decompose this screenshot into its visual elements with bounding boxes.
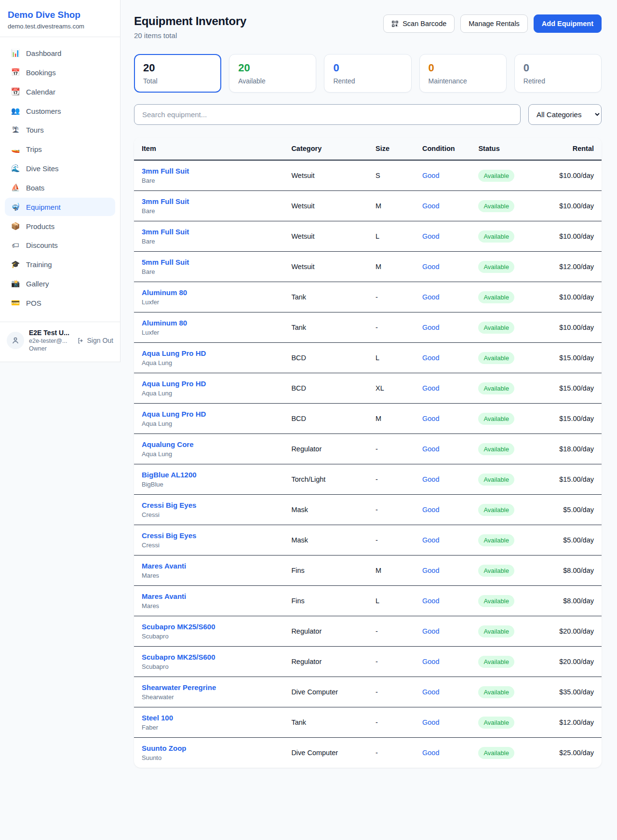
table-row: Cressi Big Eyes Cressi Mask - Good Avail… <box>134 525 602 555</box>
table-row: Aqua Lung Pro HD Aqua Lung BCD XL Good A… <box>134 373 602 404</box>
item-condition-link[interactable]: Good <box>422 384 439 392</box>
item-condition-link[interactable]: Good <box>422 293 439 301</box>
item-name-link[interactable]: Aluminum 80 <box>142 288 187 297</box>
item-name-link[interactable]: 3mm Full Suit <box>142 228 189 236</box>
barcode-scan-icon <box>391 20 399 27</box>
item-name-link[interactable]: Mares Avanti <box>142 562 186 570</box>
item-condition-link[interactable]: Good <box>422 718 439 726</box>
stat-card[interactable]: 0 Retired <box>514 54 602 93</box>
item-condition-link[interactable]: Good <box>422 172 439 179</box>
stat-value: 20 <box>143 62 212 74</box>
sidebar-item[interactable]: 🚤 Trips <box>5 140 115 158</box>
sidebar-item[interactable]: 🏝 Tours <box>5 121 115 139</box>
item-name-link[interactable]: Aqua Lung Pro HD <box>142 410 206 418</box>
table-row: Steel 100 Faber Tank - Good Available $1… <box>134 707 602 738</box>
table-row: Aluminum 80 Luxfer Tank - Good Available… <box>134 312 602 343</box>
item-condition-link[interactable]: Good <box>422 415 439 422</box>
item-name-link[interactable]: Shearwater Peregrine <box>142 683 216 691</box>
item-brand: Cressi <box>142 542 276 549</box>
item-name-link[interactable]: Scubapro MK25/S600 <box>142 623 215 631</box>
status-badge: Available <box>478 230 514 243</box>
item-name-link[interactable]: 5mm Full Suit <box>142 258 189 266</box>
item-category: Regulator <box>283 434 368 464</box>
item-name-link[interactable]: Cressi Big Eyes <box>142 501 196 509</box>
item-condition-link[interactable]: Good <box>422 597 439 605</box>
search-input[interactable] <box>134 104 521 125</box>
item-category: Regulator <box>283 647 368 677</box>
item-brand: Scubapro <box>142 663 276 670</box>
add-equipment-button[interactable]: Add Equipment <box>534 14 602 33</box>
item-condition-link[interactable]: Good <box>422 536 439 544</box>
filter-bar: All Categories <box>134 104 602 125</box>
sidebar-item[interactable]: 📊 Dashboard <box>5 44 115 62</box>
status-badge: Available <box>478 656 514 668</box>
item-name-link[interactable]: Scubapro MK25/S600 <box>142 653 215 661</box>
item-condition-link[interactable]: Good <box>422 627 439 635</box>
item-condition-link[interactable]: Good <box>422 749 439 757</box>
item-brand: Cressi <box>142 511 276 518</box>
table-row: Aqua Lung Pro HD Aqua Lung BCD M Good Av… <box>134 404 602 434</box>
stat-card[interactable]: 20 Available <box>229 54 316 93</box>
stat-card[interactable]: 0 Rented <box>324 54 411 93</box>
item-condition-link[interactable]: Good <box>422 688 439 696</box>
sidebar-item[interactable]: 💳 POS <box>5 294 115 312</box>
sidebar-item[interactable]: 📅 Bookings <box>5 63 115 81</box>
sidebar-item[interactable]: 📸 Gallery <box>5 274 115 293</box>
sidebar-item[interactable]: ⛵ Boats <box>5 178 115 197</box>
sidebar-item[interactable]: 🎓 Training <box>5 255 115 273</box>
add-equipment-label: Add Equipment <box>542 20 593 27</box>
item-name-link[interactable]: BigBlue AL1200 <box>142 471 197 479</box>
table-row: Mares Avanti Mares Fins M Good Available… <box>134 555 602 586</box>
sidebar-item[interactable]: 📦 Products <box>5 217 115 235</box>
item-name-link[interactable]: Mares Avanti <box>142 592 186 600</box>
item-condition-link[interactable]: Good <box>422 506 439 514</box>
item-brand: Bare <box>142 238 276 245</box>
item-condition-link[interactable]: Good <box>422 445 439 453</box>
stat-card[interactable]: 0 Maintenance <box>419 54 507 93</box>
sidebar-item-label: Tours <box>26 126 44 134</box>
item-rental-rate: $12.00/day <box>541 252 602 282</box>
manage-rentals-button[interactable]: Manage Rentals <box>460 14 528 33</box>
category-select[interactable]: All Categories <box>528 104 602 125</box>
shop-name[interactable]: Demo Dive Shop <box>8 10 112 20</box>
item-name-link[interactable]: 3mm Full Suit <box>142 197 189 205</box>
item-name-link[interactable]: Aqua Lung Pro HD <box>142 379 206 388</box>
item-brand: Bare <box>142 268 276 275</box>
item-rental-rate: $12.00/day <box>541 707 602 738</box>
main-content: Equipment Inventory 20 items total Scan … <box>121 0 617 781</box>
item-category: Wetsuit <box>283 252 368 282</box>
user-section: E2E Test U... e2e-tester@... Owner Sign … <box>0 322 120 357</box>
sign-out-button[interactable]: Sign Out <box>77 337 113 344</box>
item-condition-link[interactable]: Good <box>422 567 439 574</box>
status-badge: Available <box>478 382 514 394</box>
sidebar-item-icon: 💳 <box>11 298 20 307</box>
item-category: Tank <box>283 312 368 343</box>
sidebar-item[interactable]: 📆 Calendar <box>5 82 115 101</box>
stat-card[interactable]: 20 Total <box>134 54 221 93</box>
item-rental-rate: $18.00/day <box>541 434 602 464</box>
item-name-link[interactable]: Cressi Big Eyes <box>142 531 196 540</box>
item-category: BCD <box>283 373 368 404</box>
table-row: Scubapro MK25/S600 Scubapro Regulator - … <box>134 647 602 677</box>
scan-barcode-button[interactable]: Scan Barcode <box>383 14 455 33</box>
sidebar-item-icon: 🚤 <box>11 145 20 153</box>
item-name-link[interactable]: Aluminum 80 <box>142 319 187 327</box>
item-condition-link[interactable]: Good <box>422 354 439 362</box>
item-brand: Suunto <box>142 754 276 761</box>
sidebar-item[interactable]: 🌊 Dive Sites <box>5 159 115 177</box>
item-name-link[interactable]: Aqualung Core <box>142 440 194 448</box>
item-condition-link[interactable]: Good <box>422 202 439 210</box>
item-condition-link[interactable]: Good <box>422 263 439 271</box>
sidebar-item[interactable]: 🤿 Equipment <box>5 198 115 216</box>
item-name-link[interactable]: Aqua Lung Pro HD <box>142 349 206 357</box>
item-condition-link[interactable]: Good <box>422 232 439 240</box>
item-name-link[interactable]: 3mm Full Suit <box>142 167 189 175</box>
item-name-link[interactable]: Steel 100 <box>142 714 173 722</box>
item-condition-link[interactable]: Good <box>422 658 439 665</box>
item-condition-link[interactable]: Good <box>422 324 439 331</box>
sidebar-item[interactable]: 🏷 Discounts <box>5 236 115 254</box>
item-condition-link[interactable]: Good <box>422 475 439 483</box>
sidebar-item[interactable]: 👥 Customers <box>5 102 115 120</box>
item-name-link[interactable]: Suunto Zoop <box>142 744 186 752</box>
stat-label: Available <box>238 77 307 85</box>
